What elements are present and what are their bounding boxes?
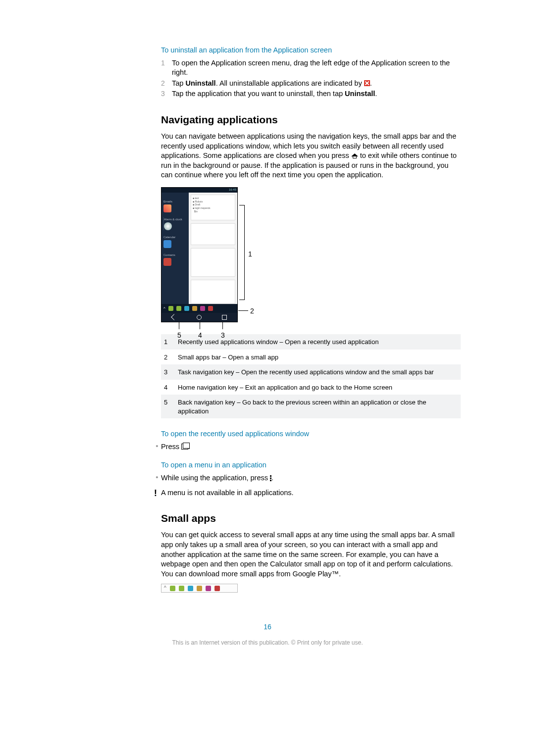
small-app-icon <box>214 586 220 591</box>
bullet-body: While using the application, press . <box>161 473 273 483</box>
recent-app: Calendar <box>163 235 187 248</box>
bullet-icon: • <box>153 442 161 452</box>
app-icon <box>163 240 171 248</box>
legend-text: Task navigation key – Open the recently … <box>178 368 458 377</box>
task-nav-icon <box>222 315 227 320</box>
task-key-icon <box>181 444 188 450</box>
step-pre: Tap <box>172 79 185 87</box>
navigating-para: You can navigate between applications us… <box>161 132 461 180</box>
small-app-icon <box>192 306 197 311</box>
bullet-row: • Press . <box>153 442 461 452</box>
home-icon <box>351 152 358 158</box>
legend-num: 3 <box>164 368 178 377</box>
step-row: 2 Tap Uninstall. All uninstallable appli… <box>161 79 461 89</box>
app-icon <box>163 258 171 266</box>
step-post: . <box>375 90 377 98</box>
status-time: 16:45 <box>229 188 236 191</box>
callout-label-5: 5 <box>177 331 181 340</box>
legend-row: 5Back navigation key – Go back to the pr… <box>161 395 461 418</box>
callout-line-3 <box>222 322 223 329</box>
back-nav-icon <box>171 314 177 321</box>
bullet-row: • While using the application, press . <box>153 473 461 483</box>
callout-bracket-1 <box>239 205 245 300</box>
small-apps-bar-figure: ^ <box>161 584 238 593</box>
small-app-icon <box>206 586 211 591</box>
step-pre: Tap the application that you want to uni… <box>172 90 345 98</box>
legend-text: Home navigation key – Exit an applicatio… <box>178 383 458 392</box>
legend-num: 4 <box>164 383 178 392</box>
legend-num: 1 <box>164 338 178 347</box>
small-apps-heading: Small apps <box>161 511 461 525</box>
bullet-icon: • <box>153 473 161 483</box>
legend-text: Recently used applications window – Open… <box>178 338 458 347</box>
callout-line-4 <box>200 322 200 329</box>
recent-apps-screen: Emails Alarm & clock Calendar Contacts ■… <box>161 193 237 304</box>
bullet-post: . <box>271 474 273 482</box>
status-bar: 16:45 <box>161 188 237 193</box>
expand-icon: ^ <box>164 585 166 592</box>
navigation-figure: 16:45 Emails Alarm & clock Calendar Cont… <box>161 187 255 322</box>
recent-apps-preview: ■ text■ Robots■ Draft■ login requests Bi… <box>189 193 237 304</box>
navigating-heading: Navigating applications <box>161 113 461 127</box>
callout-line-5 <box>179 322 179 329</box>
step-num: 1 <box>161 58 172 78</box>
preview-panel <box>191 248 235 277</box>
uninstall-subhead: To uninstall an application from the App… <box>161 46 461 55</box>
preview-panel <box>191 280 235 303</box>
recent-app: Emails <box>163 200 187 212</box>
expand-icon: ^ <box>163 306 165 311</box>
home-nav-icon <box>197 315 202 320</box>
step-num: 2 <box>161 79 172 89</box>
step-row: 1 To open the Application screen menu, d… <box>161 58 461 78</box>
legend-num: 5 <box>164 398 178 415</box>
small-app-icon <box>208 306 213 311</box>
bullet-pre: Press <box>161 443 181 451</box>
step-num: 3 <box>161 89 172 99</box>
callout-label-1: 1 <box>248 250 252 259</box>
legend-row: 2Small apps bar – Open a small app <box>161 350 461 365</box>
recent-app: Contacts <box>163 253 187 266</box>
warning-row: ! A menu is not available in all applica… <box>150 488 461 498</box>
step-post: . All uninstallable applications are ind… <box>216 79 364 87</box>
small-app-icon <box>184 306 189 311</box>
recent-app: Alarm & clock <box>163 217 187 230</box>
uninstall-x-icon <box>364 80 370 86</box>
device-screenshot: 16:45 Emails Alarm & clock Calendar Cont… <box>161 187 238 322</box>
step-body: Tap Uninstall. All uninstallable applica… <box>172 79 461 89</box>
bullet-pre: While using the application, press <box>161 474 270 482</box>
small-app-icon <box>168 306 173 311</box>
preview-panel: ■ text■ Robots■ Draft■ login requests Bi… <box>191 195 235 220</box>
callout-label-4: 4 <box>198 331 202 340</box>
small-app-icon <box>176 306 181 311</box>
legend-num: 2 <box>164 353 178 362</box>
legend-text: Back navigation key – Go back to the pre… <box>178 398 458 415</box>
small-app-icon <box>179 586 184 591</box>
small-app-icon <box>188 586 193 591</box>
small-app-icon <box>197 586 202 591</box>
legend-row: 3Task navigation key – Open the recently… <box>161 364 461 380</box>
step-row: 3 Tap the application that you want to u… <box>161 89 461 99</box>
callout-label-2: 2 <box>250 306 254 316</box>
legend-table: 1Recently used applications window – Ope… <box>161 334 461 418</box>
app-icon <box>164 222 172 230</box>
recent-apps-list: Emails Alarm & clock Calendar Contacts <box>161 193 189 304</box>
legend-row: 1Recently used applications window – Ope… <box>161 334 461 350</box>
app-icon <box>163 204 171 212</box>
warning-text: A menu is not available in all applicati… <box>161 488 294 498</box>
step-bold: Uninstall <box>185 79 215 87</box>
step-bold: Uninstall <box>345 90 375 98</box>
callout-label-3: 3 <box>221 331 225 340</box>
menu-key-icon <box>270 475 271 481</box>
calendar-grid <box>192 250 234 266</box>
small-apps-bar: ^ <box>161 304 237 313</box>
manual-page: To uninstall an application from the App… <box>74 0 461 666</box>
navigation-bar <box>161 313 237 322</box>
callout-line-2 <box>238 310 248 311</box>
warning-icon: ! <box>150 488 161 498</box>
small-apps-para: You can get quick access to several smal… <box>161 530 461 579</box>
recent-subhead: To open the recently used applications w… <box>161 429 461 439</box>
footer-text: This is an Internet version of this publ… <box>74 639 461 647</box>
content-column: To uninstall an application from the App… <box>161 46 461 593</box>
legend-row: 4Home navigation key – Exit an applicati… <box>161 380 461 395</box>
step-body: Tap the application that you want to uni… <box>172 89 461 99</box>
